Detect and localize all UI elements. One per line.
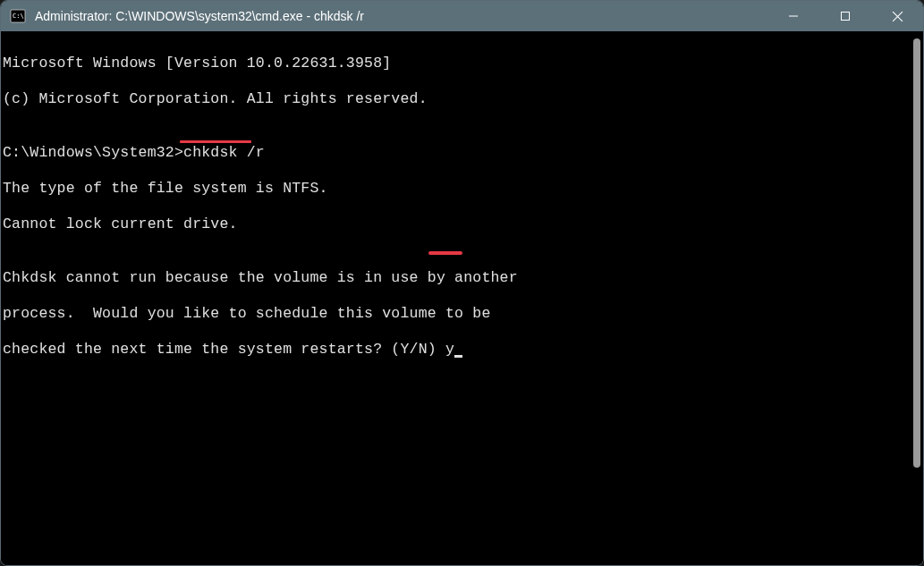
close-button[interactable] bbox=[871, 1, 923, 31]
scrollbar-thumb[interactable] bbox=[913, 38, 920, 468]
maximize-button[interactable] bbox=[819, 1, 871, 31]
annotation-underline bbox=[180, 140, 251, 143]
vertical-scrollbar[interactable] bbox=[909, 31, 923, 565]
output-line: The type of the file system is NTFS. bbox=[3, 180, 907, 198]
minimize-button[interactable] bbox=[767, 1, 819, 31]
annotation-underline bbox=[428, 251, 462, 255]
window-title: Administrator: C:\WINDOWS\system32\cmd.e… bbox=[35, 9, 767, 23]
svg-rect-3 bbox=[842, 13, 850, 21]
user-input: y bbox=[445, 341, 454, 358]
typed-command: chkdsk /r bbox=[183, 144, 265, 161]
cursor-icon bbox=[454, 355, 462, 358]
window-controls bbox=[767, 1, 923, 31]
output-line: checked the next time the system restart… bbox=[3, 341, 907, 359]
terminal-area[interactable]: Microsoft Windows [Version 10.0.22631.39… bbox=[1, 31, 923, 565]
cmd-window: C:\ Administrator: C:\WINDOWS\system32\c… bbox=[0, 0, 924, 566]
prompt-path: C:\Windows\System32> bbox=[3, 144, 183, 161]
prompt-line: C:\Windows\System32>chkdsk /r bbox=[3, 144, 907, 162]
output-line: Cannot lock current drive. bbox=[3, 215, 907, 233]
output-line: (c) Microsoft Corporation. All rights re… bbox=[3, 90, 907, 108]
cmd-icon: C:\ bbox=[10, 8, 26, 24]
output-line: Chkdsk cannot run because the volume is … bbox=[3, 269, 907, 287]
prompt-question: checked the next time the system restart… bbox=[3, 341, 445, 358]
terminal-output[interactable]: Microsoft Windows [Version 10.0.22631.39… bbox=[1, 31, 909, 565]
titlebar[interactable]: C:\ Administrator: C:\WINDOWS\system32\c… bbox=[1, 1, 923, 31]
output-line: Microsoft Windows [Version 10.0.22631.39… bbox=[3, 55, 907, 72]
output-line: process. Would you like to schedule this… bbox=[3, 305, 907, 323]
svg-text:C:\: C:\ bbox=[13, 13, 24, 20]
